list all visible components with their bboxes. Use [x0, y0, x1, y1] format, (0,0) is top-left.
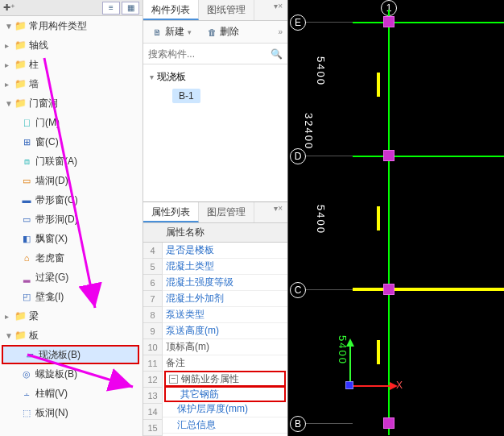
panel-close-icon[interactable]: ▾× — [269, 0, 287, 20]
tree-item-11[interactable]: ◧飘窗(X) — [0, 229, 143, 248]
tree-label: 窗(C) — [35, 135, 59, 149]
slab-icon: ▱ — [24, 349, 35, 360]
prop-label: 泵送高度(m) — [166, 324, 219, 338]
prop-label: 保护层厚度(mm) — [177, 402, 248, 416]
tree-item-17[interactable]: ▱现浇板(B) — [2, 345, 139, 364]
prop-row-13[interactable]: 其它钢筋 — [164, 386, 286, 402]
prop-row-14[interactable]: 保护层厚度(mm) — [163, 401, 287, 417]
prop-row-9[interactable]: 泵送高度(m) — [163, 323, 287, 339]
prop-row-12[interactable]: −钢筋业务属性 — [164, 371, 286, 387]
folder-icon: 📁 — [14, 59, 26, 70]
tree-item-8[interactable]: ▭墙洞(D) — [0, 171, 143, 190]
prop-label: 其它钢筋 — [180, 388, 219, 401]
component-root-node[interactable]: ▾ 现浇板 — [150, 68, 281, 85]
dropdown-icon: ▾ — [188, 28, 192, 36]
prop-row-6[interactable]: 混凝土强度等级 — [163, 275, 287, 291]
hole-icon: ▭ — [21, 175, 32, 186]
search-input[interactable] — [148, 48, 271, 60]
tab-layer-mgmt[interactable]: 图层管理 — [199, 202, 254, 222]
tree-item-18[interactable]: ◎螺旋板(B) — [0, 364, 143, 384]
prop-idx: 13 — [143, 388, 163, 404]
component-toolbar: 🗎 新建 ▾ 🗑 删除 » — [143, 21, 287, 44]
property-table: 456789101112131415是否是楼板混凝土类型混凝土强度等级混凝土外加… — [143, 243, 287, 436]
new-button[interactable]: 🗎 新建 ▾ — [148, 23, 196, 40]
prop-idx: 14 — [143, 404, 163, 420]
tree-label: 飘窗(X) — [35, 232, 68, 246]
prop-row-7[interactable]: 混凝土外加剂 — [163, 291, 287, 307]
prop-idx: 9 — [143, 323, 163, 339]
tree-item-12[interactable]: ⌂老虎窗 — [0, 248, 143, 268]
tree-label: 板洞(N) — [35, 406, 68, 420]
prop-row-10[interactable]: 顶标高(m) — [163, 339, 287, 355]
tab-component-list[interactable]: 构件列表 — [143, 0, 199, 20]
folder-icon: 📁 — [14, 39, 26, 51]
dim-5400-1: 5400 — [315, 56, 327, 86]
tree-item-14[interactable]: ◰壁龛(I) — [0, 287, 143, 306]
tree-item-2[interactable]: ▸📁柱 — [0, 55, 143, 74]
cad-viewport[interactable]: E D C B 1 5400 32400 5400 5400 — [288, 0, 504, 436]
prop-label: 备注 — [166, 356, 185, 370]
new-icon[interactable]: ✚⁺ — [3, 2, 15, 13]
tab-drawing-mgmt[interactable]: 图纸管理 — [199, 0, 254, 20]
spiral-icon: ◎ — [21, 368, 32, 380]
tree-item-13[interactable]: ▂过梁(G) — [0, 268, 143, 287]
niche-icon: ◰ — [21, 291, 32, 302]
new-file-icon: 🗎 — [153, 27, 162, 37]
tree-item-1[interactable]: ▸📁轴线 — [0, 35, 143, 55]
prop-label: 汇总信息 — [177, 418, 216, 432]
tree-label: 轴线 — [29, 39, 48, 52]
tree-label: 壁龛(I) — [35, 290, 64, 304]
tree-item-10[interactable]: ▭带形洞(D) — [0, 210, 143, 229]
prop-idx: 8 — [143, 307, 163, 323]
grid-view-icon[interactable]: ▦ — [122, 2, 139, 15]
tab-property-list[interactable]: 属性列表 — [143, 202, 199, 222]
prop-label: 混凝土强度等级 — [166, 276, 233, 289]
prop-row-11[interactable]: 备注 — [163, 355, 287, 372]
prop-label: 泵送类型 — [166, 308, 204, 322]
component-instance-b1[interactable]: B-1 — [172, 89, 200, 103]
prop-idx: 12 — [143, 372, 163, 388]
doorwin-icon: ⧈ — [21, 156, 32, 167]
tree-item-0[interactable]: ▼📁常用构件类型 — [0, 16, 143, 35]
cap-icon: ⫠ — [21, 388, 32, 399]
striphole-icon: ▭ — [21, 214, 32, 225]
list-view-icon[interactable]: ≡ — [102, 2, 120, 15]
tree-item-9[interactable]: ▬带形窗(C) — [0, 190, 143, 210]
component-type-tree-panel: ✚⁺ ≡ ▦ ▼📁常用构件类型▸📁轴线▸📁柱▸📁墙▼📁门窗洞⎕门(M)⊞窗(C)… — [0, 0, 143, 436]
dormer-icon: ⌂ — [21, 252, 32, 264]
prop-idx: 5 — [143, 259, 163, 275]
prop-idx: 4 — [143, 243, 163, 259]
tree-item-3[interactable]: ▸📁墙 — [0, 74, 143, 93]
tree-label: 常用构件类型 — [29, 19, 87, 33]
prop-row-5[interactable]: 混凝土类型 — [163, 259, 287, 275]
tree-item-20[interactable]: ⬚板洞(N) — [0, 403, 143, 422]
tree-item-16[interactable]: ▼📁板 — [0, 326, 143, 345]
prop-panel-close-icon[interactable]: ▾× — [269, 202, 287, 222]
grid-label-b: B — [290, 416, 306, 432]
search-row: 🔍 — [143, 44, 287, 64]
tree-item-7[interactable]: ⧈门联窗(A) — [0, 152, 143, 171]
tree-item-6[interactable]: ⊞窗(C) — [0, 132, 143, 152]
tree-label: 带形窗(C) — [35, 193, 78, 207]
expand-icon[interactable]: − — [169, 375, 178, 384]
tree-label: 柱帽(V) — [35, 387, 68, 401]
delete-button[interactable]: 🗑 删除 — [203, 23, 244, 40]
prop-row-4[interactable]: 是否是楼板 — [163, 243, 287, 259]
prop-row-8[interactable]: 泵送类型 — [163, 307, 287, 323]
tree-item-5[interactable]: ⎕门(M) — [0, 113, 143, 132]
door-icon: ⎕ — [21, 117, 32, 128]
prop-label: 顶标高(m) — [166, 340, 209, 354]
tree-item-19[interactable]: ⫠柱帽(V) — [0, 384, 143, 403]
property-header: 属性名称 — [143, 223, 287, 243]
more-icon[interactable]: » — [278, 27, 283, 36]
sidebar-header: ✚⁺ ≡ ▦ — [0, 0, 143, 16]
search-icon[interactable]: 🔍 — [271, 48, 283, 60]
component-instance-tree: ▾ 现浇板 B-1 — [143, 64, 287, 106]
prop-idx: 7 — [143, 291, 163, 307]
tree-item-15[interactable]: ▸📁梁 — [0, 306, 143, 326]
folder-icon: 📁 — [14, 310, 26, 322]
prop-row-15[interactable]: 汇总信息 — [163, 417, 287, 434]
tree-item-4[interactable]: ▼📁门窗洞 — [0, 93, 143, 113]
tree-label: 老虎窗 — [35, 251, 64, 265]
dim-5400-2: 5400 — [315, 205, 327, 235]
